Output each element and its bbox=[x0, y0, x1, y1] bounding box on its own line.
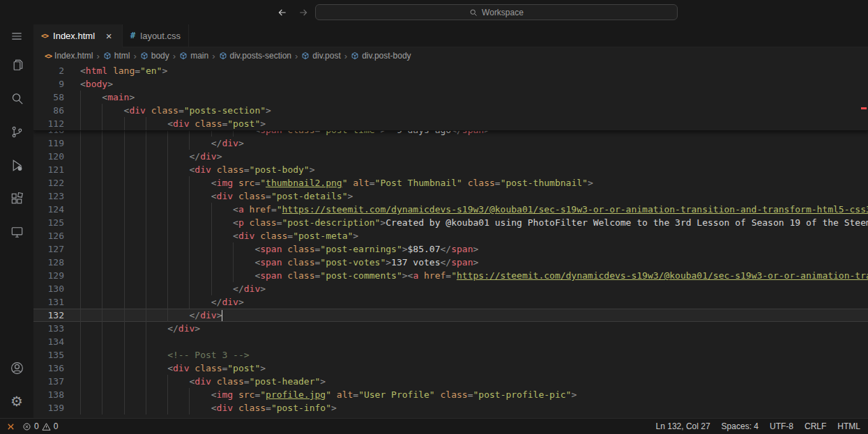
line-number[interactable]: 127 bbox=[33, 242, 64, 256]
code-line-128[interactable]: 128<span class="post-votes">137 votes</s… bbox=[33, 256, 868, 269]
run-debug-button[interactable] bbox=[0, 148, 33, 182]
line-number[interactable]: 133 bbox=[33, 322, 64, 335]
code-line-122[interactable]: 122<img src="thumbnail2.png" alt="Post T… bbox=[33, 176, 868, 189]
code-line-129[interactable]: 129<span class="post-comments"><a href="… bbox=[33, 269, 868, 282]
line-number[interactable]: 123 bbox=[33, 189, 64, 203]
breadcrumb-item-html[interactable]: html bbox=[102, 51, 131, 61]
chevron-separator: › bbox=[130, 51, 139, 61]
encoding-setting[interactable]: UTF-8 bbox=[766, 421, 797, 431]
line-number[interactable]: 131 bbox=[33, 295, 64, 309]
line-number[interactable]: 122 bbox=[33, 176, 64, 189]
settings-button[interactable]: ⚙ bbox=[0, 385, 33, 418]
command-center[interactable]: Workspace bbox=[315, 4, 678, 20]
code-line-133[interactable]: 133</div> bbox=[33, 322, 868, 335]
source-control-button[interactable] bbox=[0, 115, 33, 148]
code-line-119[interactable]: 119</div> bbox=[33, 137, 868, 150]
problems-button[interactable]: 0 0 bbox=[19, 419, 61, 434]
indent-guide bbox=[146, 242, 167, 256]
indentation-setting[interactable]: Spaces: 4 bbox=[718, 421, 762, 431]
remote-button[interactable] bbox=[4, 419, 17, 434]
cursor-position[interactable]: Ln 132, Col 27 bbox=[653, 421, 714, 431]
code-line-58[interactable]: 58<main> bbox=[33, 91, 868, 104]
overview-ruler-error-marker bbox=[861, 107, 867, 109]
line-number[interactable]: 125 bbox=[33, 216, 64, 229]
code-line-86[interactable]: 86<div class="posts-section"> bbox=[33, 104, 868, 117]
line-number[interactable]: 86 bbox=[33, 104, 64, 117]
code-line-139[interactable]: 139<div class="post-info"> bbox=[33, 401, 868, 414]
code-line-138[interactable]: 138<img src="profile.jpg" alt="User Prof… bbox=[33, 388, 868, 401]
indent-guide bbox=[211, 282, 233, 295]
menu-button[interactable] bbox=[0, 24, 33, 48]
line-number[interactable]: 136 bbox=[33, 362, 64, 375]
code-line-134[interactable]: 134 bbox=[33, 335, 868, 348]
indent-guide bbox=[146, 309, 167, 322]
code-line-125[interactable]: 125<p class="post-description">Created b… bbox=[33, 216, 868, 229]
line-number[interactable]: 130 bbox=[33, 282, 64, 295]
breadcrumb-item-div-post-body[interactable]: div.post-body bbox=[350, 51, 411, 61]
back-button[interactable] bbox=[275, 5, 290, 20]
breadcrumb-item-body[interactable]: body bbox=[139, 51, 170, 61]
line-number[interactable]: 139 bbox=[33, 401, 64, 414]
explorer-button[interactable] bbox=[0, 48, 33, 82]
status-bar: 0 0 Ln 132, Col 27 Spaces: 4 UTF-8 CRLF … bbox=[0, 418, 868, 434]
code-line-2[interactable]: 2<html lang="en"> bbox=[33, 64, 868, 77]
remote-icon bbox=[6, 422, 15, 431]
code-line-130[interactable]: 130</div> bbox=[33, 282, 868, 295]
breadcrumb-item-div-posts-section[interactable]: div.posts-section bbox=[218, 51, 292, 61]
search-view-button[interactable] bbox=[0, 82, 33, 115]
line-text: <div class="post-meta"> bbox=[80, 229, 358, 242]
line-number[interactable]: 138 bbox=[33, 388, 64, 401]
code-line-136[interactable]: 136<div class="post"> bbox=[33, 362, 868, 375]
code-line-132[interactable]: 132</div> bbox=[33, 309, 868, 322]
forward-button[interactable] bbox=[296, 5, 311, 20]
line-number[interactable]: 135 bbox=[33, 348, 64, 362]
tab-layout-css[interactable]: # layout.css bbox=[123, 24, 189, 47]
sticky-scroll[interactable]: 2<html lang="en">9<body>58<main>86<div c… bbox=[33, 64, 868, 131]
tab-label: layout.css bbox=[140, 31, 181, 41]
editor[interactable]: 118<span class="post-time">• 9 days ago<… bbox=[33, 64, 868, 418]
code-line-120[interactable]: 120</div> bbox=[33, 150, 868, 163]
code-line-9[interactable]: 9<body> bbox=[33, 77, 868, 91]
code-line-131[interactable]: 131</div> bbox=[33, 295, 868, 309]
breadcrumb-label: html bbox=[114, 51, 130, 61]
code-line-135[interactable]: 135<!-- Post 3 --> bbox=[33, 348, 868, 362]
tab-close-button[interactable]: × bbox=[103, 30, 114, 42]
code-line-124[interactable]: 124<a href="https://steemit.com/dynamicd… bbox=[33, 203, 868, 216]
code-line-127[interactable]: 127<span class="post-earnings">$85.07</s… bbox=[33, 242, 868, 256]
breadcrumb-label: Index.html bbox=[54, 51, 93, 61]
line-number[interactable]: 128 bbox=[33, 256, 64, 269]
line-number[interactable]: 58 bbox=[33, 91, 64, 104]
line-number[interactable]: 2 bbox=[33, 64, 64, 77]
line-number[interactable]: 129 bbox=[33, 269, 64, 282]
line-number[interactable]: 112 bbox=[33, 117, 64, 130]
language-mode[interactable]: HTML bbox=[834, 421, 864, 431]
indent-guide bbox=[189, 388, 211, 401]
breadcrumb-item-index-html[interactable]: <>Index.html bbox=[44, 51, 93, 61]
line-number[interactable]: 9 bbox=[33, 77, 64, 91]
indent-guide bbox=[80, 242, 102, 256]
breadcrumb-item-div-post[interactable]: div.post bbox=[300, 51, 341, 61]
eol-setting[interactable]: CRLF bbox=[801, 421, 830, 431]
code-line-137[interactable]: 137<div class="post-header"> bbox=[33, 375, 868, 388]
line-number[interactable]: 120 bbox=[33, 150, 64, 163]
indent-guide bbox=[124, 269, 146, 282]
line-number[interactable]: 126 bbox=[33, 229, 64, 242]
code-line-112[interactable]: 112<div class="post"> bbox=[33, 117, 868, 130]
code-line-121[interactable]: 121<div class="post-body"> bbox=[33, 163, 868, 176]
line-number[interactable]: 132 bbox=[33, 309, 64, 322]
line-number[interactable]: 124 bbox=[33, 203, 64, 216]
tab-index-html[interactable]: <> Index.html × bbox=[33, 24, 123, 47]
code-line-126[interactable]: 126<div class="post-meta"> bbox=[33, 229, 868, 242]
remote-explorer-button[interactable] bbox=[0, 215, 33, 249]
line-text: <img src="thumbnail2.png" alt="Post Thum… bbox=[80, 176, 593, 189]
breadcrumb-item-main[interactable]: main bbox=[178, 51, 209, 61]
code-line-123[interactable]: 123<div class="post-details"> bbox=[33, 189, 868, 203]
line-text: <!-- Post 3 --> bbox=[80, 348, 250, 362]
extensions-button[interactable] bbox=[0, 182, 33, 215]
accounts-button[interactable] bbox=[0, 351, 33, 385]
line-number[interactable]: 134 bbox=[33, 335, 64, 348]
line-number[interactable]: 121 bbox=[33, 163, 64, 176]
forward-arrow-icon bbox=[298, 7, 309, 18]
line-number[interactable]: 137 bbox=[33, 375, 64, 388]
line-number[interactable]: 119 bbox=[33, 137, 64, 150]
